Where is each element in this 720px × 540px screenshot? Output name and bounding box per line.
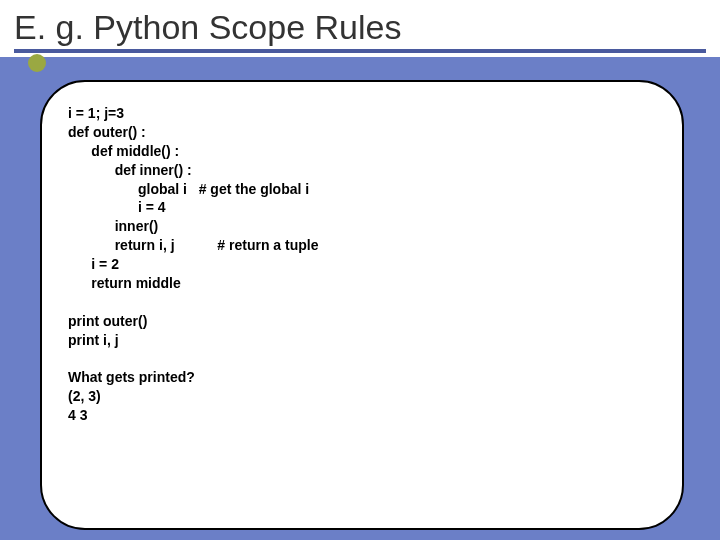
title-underline: [14, 49, 706, 53]
code-line: def middle() :: [68, 143, 179, 159]
bullet-dot-icon: [28, 54, 46, 72]
slide-title: E. g. Python Scope Rules: [14, 8, 706, 47]
bullet-decor: [28, 54, 46, 76]
code-line: What gets printed?: [68, 369, 195, 385]
code-line: return middle: [68, 275, 181, 291]
slide: E. g. Python Scope Rules i = 1; j=3 def …: [0, 0, 720, 540]
code-line: print outer(): [68, 313, 147, 329]
code-line: return i, j # return a tuple: [68, 237, 319, 253]
code-line: def outer() :: [68, 124, 146, 140]
code-line: 4 3: [68, 407, 87, 423]
code-line: print i, j: [68, 332, 119, 348]
content-box: i = 1; j=3 def outer() : def middle() : …: [40, 80, 684, 530]
code-line: i = 2: [68, 256, 119, 272]
code-line: (2, 3): [68, 388, 101, 404]
code-line: global i # get the global i: [68, 181, 309, 197]
code-line: i = 4: [68, 199, 166, 215]
title-area: E. g. Python Scope Rules: [0, 0, 720, 57]
code-line: inner(): [68, 218, 158, 234]
code-line: i = 1; j=3: [68, 105, 124, 121]
code-block: i = 1; j=3 def outer() : def middle() : …: [68, 104, 656, 425]
code-line: def inner() :: [68, 162, 192, 178]
